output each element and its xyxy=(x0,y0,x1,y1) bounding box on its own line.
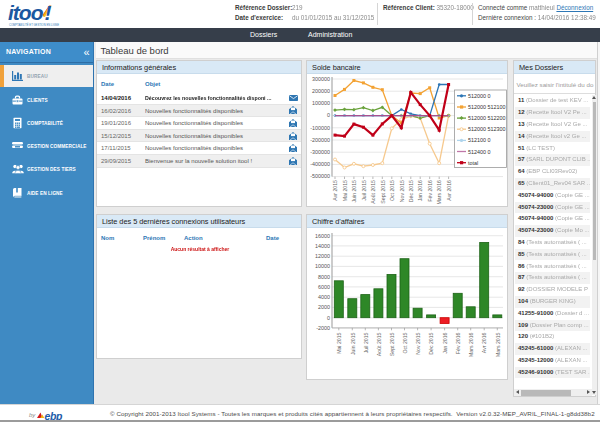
svg-text:-2000: -2000 xyxy=(316,325,330,331)
svg-text:Mars 2015: Mars 2015 xyxy=(495,332,501,357)
svg-text:!: ! xyxy=(45,1,52,24)
svg-text:14000: 14000 xyxy=(315,243,330,249)
svg-text:-300000: -300000 xyxy=(310,149,330,155)
svg-text:Oct 2015: Oct 2015 xyxy=(402,332,408,353)
svg-text:itoo: itoo xyxy=(8,1,44,24)
svg-text:512400 0: 512400 0 xyxy=(468,149,490,155)
svg-text:0: 0 xyxy=(327,112,330,118)
svg-text:100000: 100000 xyxy=(312,100,330,106)
svg-text:Juin 2015: Juin 2015 xyxy=(351,180,357,203)
svg-text:512000 512100: 512000 512100 xyxy=(468,104,505,110)
svg-text:-200000: -200000 xyxy=(310,137,330,143)
svg-text:4000: 4000 xyxy=(318,294,330,300)
svg-text:Fév 2016: Fév 2016 xyxy=(427,180,433,202)
svg-text:Jan 2016: Jan 2016 xyxy=(442,332,448,353)
svg-text:8000: 8000 xyxy=(318,274,330,280)
svg-text:Août 2015: Août 2015 xyxy=(370,180,376,204)
svg-text:-400000: -400000 xyxy=(310,161,330,167)
svg-text:12000: 12000 xyxy=(315,253,330,259)
svg-text:10000: 10000 xyxy=(315,263,330,269)
svg-text:300000: 300000 xyxy=(312,76,330,82)
svg-text:Mars 2016: Mars 2016 xyxy=(468,332,474,357)
svg-text:Juil 2015: Juil 2015 xyxy=(361,180,367,201)
svg-text:Sept 2015: Sept 2015 xyxy=(389,332,395,356)
svg-text:-500000: -500000 xyxy=(310,173,330,179)
svg-text:2000: 2000 xyxy=(318,304,330,310)
svg-text:512100 0: 512100 0 xyxy=(468,137,490,143)
svg-text:Juin 2015: Juin 2015 xyxy=(350,332,356,355)
svg-text:512000 0: 512000 0 xyxy=(468,93,490,99)
svg-text:Avr 2016: Avr 2016 xyxy=(446,180,452,201)
svg-text:0: 0 xyxy=(327,315,330,321)
svg-text:6000: 6000 xyxy=(318,284,330,290)
svg-text:Mai 2015: Mai 2015 xyxy=(336,332,342,353)
svg-text:512000 512300: 512000 512300 xyxy=(468,126,505,132)
svg-text:Avr 2016: Avr 2016 xyxy=(481,332,487,353)
svg-text:COMPTABILITÉ ET GESTION EN LIG: COMPTABILITÉ ET GESTION EN LIGNE xyxy=(9,22,60,27)
svg-text:Mars 2016: Mars 2016 xyxy=(436,180,442,205)
svg-text:Fév 2016: Fév 2016 xyxy=(455,332,461,354)
svg-text:Jan 2016: Jan 2016 xyxy=(417,180,423,201)
svg-text:Avr 2015: Avr 2015 xyxy=(332,180,338,201)
svg-text:Oct 2015: Oct 2015 xyxy=(389,180,395,201)
svg-text:16000: 16000 xyxy=(315,233,330,239)
svg-text:Nov 2015: Nov 2015 xyxy=(399,180,405,202)
svg-text:Juil 2015: Juil 2015 xyxy=(363,332,369,353)
svg-text:Mai 2015: Mai 2015 xyxy=(342,180,348,201)
svg-text:200000: 200000 xyxy=(312,88,330,94)
svg-text:-100000: -100000 xyxy=(310,125,330,131)
svg-text:total: total xyxy=(468,160,478,166)
svg-text:Déc 2015: Déc 2015 xyxy=(428,332,434,354)
svg-text:Sept 2015: Sept 2015 xyxy=(380,180,386,204)
svg-text:Déc 2015: Déc 2015 xyxy=(408,180,414,202)
svg-text:Août 2015: Août 2015 xyxy=(376,332,382,356)
svg-text:512000 512200: 512000 512200 xyxy=(468,115,505,121)
svg-text:Nov 2015: Nov 2015 xyxy=(415,332,421,354)
